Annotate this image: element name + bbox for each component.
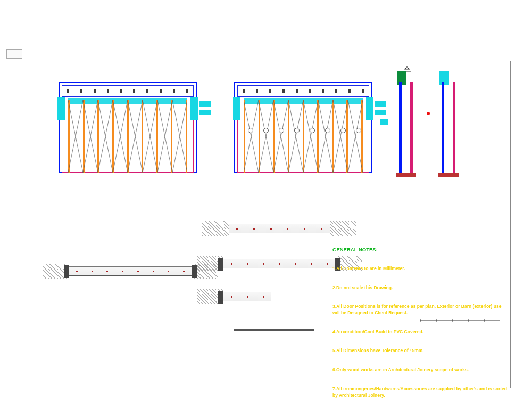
note-item: 5.All Dimensions have Tolerance of ±5mm. <box>332 348 508 354</box>
plan-row-3 <box>223 292 271 301</box>
note-item: 1.All Contents to are in Millimeter. <box>332 266 508 272</box>
section-b <box>442 71 455 175</box>
plan-row-2 <box>223 259 335 268</box>
elevation-external <box>59 82 197 173</box>
section-a <box>399 71 413 175</box>
notes-title: GENERAL NOTES: <box>332 246 508 253</box>
note-item: 2.Do not scale this Drawing. <box>332 285 508 291</box>
plan-closed <box>69 266 192 276</box>
plan-row-1 <box>229 224 330 233</box>
ground-line <box>21 174 511 174</box>
scale-bar <box>420 314 500 317</box>
thumb-box <box>6 49 22 59</box>
note-item: 4.Aircondition/Cool Build to PVC Covered… <box>332 329 508 336</box>
elevation-internal <box>234 82 372 173</box>
hanger-icon <box>403 65 411 71</box>
note-item: 7.All ironmongeries/Hardwares/Accessorie… <box>332 386 508 399</box>
marker-dot <box>427 112 430 115</box>
plan-row-4 <box>234 329 314 331</box>
note-item: 6.Only wood works are in Architectural J… <box>332 367 508 373</box>
